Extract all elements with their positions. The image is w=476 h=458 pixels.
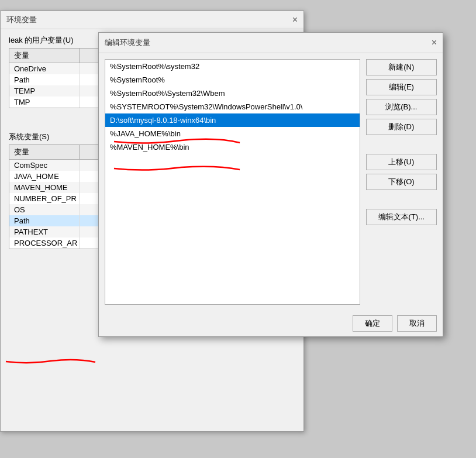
path-item[interactable]: %SystemRoot%\system32 [105,60,360,73]
edit-action-buttons: 新建(N) 编辑(E) 浏览(B)... 删除(D) 上移(U) 下移(O) 编… [366,59,437,305]
move-down-button[interactable]: 下移(O) [366,174,437,190]
system-col-var-header: 变量 [9,145,80,159]
path-item[interactable]: %JAVA_HOME%\bin [105,127,360,140]
path-item[interactable]: %SYSTEMROOT%\System32\WindowsPowerShell\… [105,100,360,113]
edit-button[interactable]: 编辑(E) [366,79,437,95]
path-item-selected[interactable]: D:\soft\mysql-8.0.18-winx64\bin [105,113,360,127]
move-up-button[interactable]: 上移(U) [366,154,437,170]
path-item[interactable]: %MAVEN_HOME%\bin [105,140,360,154]
edit-dialog-bottom-buttons: 确定 取消 [99,311,443,336]
edit-confirm-button[interactable]: 确定 [353,315,392,332]
path-item[interactable]: %SystemRoot%\System32\Wbem [105,87,360,100]
edit-text-button[interactable]: 编辑文本(T)... [366,209,437,225]
edit-dialog-body: %SystemRoot%\system32 %SystemRoot% %Syst… [99,53,443,311]
delete-button[interactable]: 删除(D) [366,119,437,135]
new-button[interactable]: 新建(N) [366,59,437,75]
path-list[interactable]: %SystemRoot%\system32 %SystemRoot% %Syst… [105,59,360,305]
env-dialog-titlebar: 环境变量 × [1,11,303,29]
edit-env-dialog: 编辑环境变量 × %SystemRoot%\system32 %SystemRo… [98,32,443,337]
env-dialog-close-icon[interactable]: × [292,15,298,25]
edit-dialog-titlebar: 编辑环境变量 × [99,33,443,53]
edit-dialog-close-icon[interactable]: × [432,38,437,47]
env-dialog-title: 环境变量 [6,15,37,25]
edit-cancel-button[interactable]: 取消 [397,315,437,332]
browse-button[interactable]: 浏览(B)... [366,99,437,115]
user-col-var-header: 变量 [9,49,80,63]
path-item[interactable]: %SystemRoot% [105,73,360,87]
edit-dialog-title: 编辑环境变量 [105,37,150,48]
